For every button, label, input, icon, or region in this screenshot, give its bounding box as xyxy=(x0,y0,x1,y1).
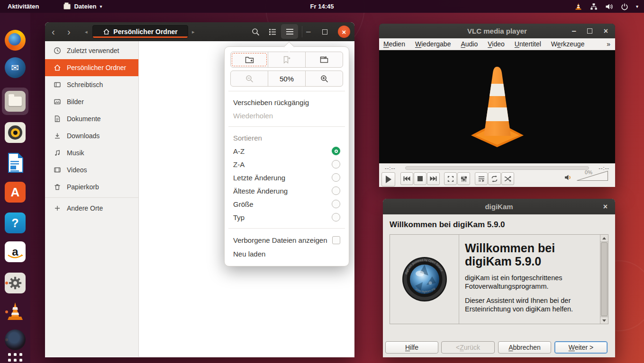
minimize-button[interactable]: – xyxy=(572,24,576,38)
search-icon[interactable] xyxy=(251,27,260,36)
menu-item-show-hidden[interactable]: Verborgene Dateien anzeigen xyxy=(230,233,343,247)
vlc-tray-icon[interactable] xyxy=(574,2,582,10)
app-menu-button[interactable]: Dateien ▾ xyxy=(63,3,102,10)
menu-untertitel[interactable]: Untertitel xyxy=(515,40,541,48)
maximize-button[interactable] xyxy=(587,24,592,38)
app-menu-label: Dateien xyxy=(74,3,96,10)
sidebar-item-pictures[interactable]: Bilder xyxy=(45,93,138,110)
volume-icon[interactable] xyxy=(605,3,613,10)
dock-item-digikam[interactable] xyxy=(4,328,27,351)
sidebar-item-videos[interactable]: Videos xyxy=(45,161,138,178)
dock-item-ubuntu-software[interactable]: A xyxy=(4,181,27,204)
digikam-logo-panel: digiKam powered by Open Source www.digik… xyxy=(390,235,459,324)
new-tab-button[interactable] xyxy=(306,52,343,67)
dock-item-vlc[interactable] xyxy=(4,301,27,323)
volume-mute-icon[interactable] xyxy=(564,174,572,181)
sidebar-item-recent[interactable]: Zuletzt verwendet xyxy=(45,42,138,59)
next-button[interactable]: Weiter > xyxy=(554,341,608,354)
volume-slider[interactable] xyxy=(576,170,608,181)
menu-wiedergabe[interactable]: Wiedergabe xyxy=(415,40,451,48)
menu-werkzeuge[interactable]: Werkzeuge xyxy=(551,40,585,48)
sort-option-last-modified[interactable]: Letzte Änderung xyxy=(230,171,343,184)
minimize-button[interactable]: – xyxy=(306,22,310,41)
stop-button[interactable] xyxy=(414,172,426,185)
back-button[interactable]: ‹ xyxy=(52,22,55,41)
digikam-window-title: digiKam xyxy=(485,203,513,211)
hamburger-menu-button[interactable] xyxy=(281,24,298,39)
digikam-titlebar[interactable]: digiKam × xyxy=(383,199,615,214)
new-bookmark-button[interactable] xyxy=(268,52,306,67)
path-scroll-right-icon[interactable]: ▸ xyxy=(192,22,195,41)
dock-item-libreoffice-writer[interactable] xyxy=(4,151,27,174)
triangle-up-icon xyxy=(602,237,606,239)
scroll-down-button[interactable] xyxy=(600,317,608,324)
menu-video[interactable]: Video xyxy=(488,40,505,48)
close-button[interactable]: × xyxy=(604,24,608,38)
dock-item-settings[interactable] xyxy=(4,272,27,294)
playlist-button[interactable] xyxy=(475,172,488,185)
menu-audio[interactable]: Audio xyxy=(461,40,478,48)
sidebar-item-downloads[interactable]: Downloads xyxy=(45,127,138,144)
dock-item-firefox[interactable] xyxy=(4,29,27,52)
path-button[interactable]: Persönlicher Ordner xyxy=(92,25,188,38)
activities-button[interactable]: Aktivitäten xyxy=(5,3,42,10)
sidebar-item-music[interactable]: Musik xyxy=(45,144,138,161)
close-button[interactable]: × xyxy=(338,26,350,38)
play-button[interactable] xyxy=(381,172,395,186)
menu-medien[interactable]: Medien xyxy=(383,40,405,48)
zoom-out-button[interactable] xyxy=(231,71,268,86)
digikam-lens-logo: digiKam powered by Open Source www.digik… xyxy=(401,256,448,303)
radio-selected-icon xyxy=(332,147,340,155)
close-button[interactable]: × xyxy=(603,199,608,214)
files-headerbar[interactable]: ‹ › ◂ Persönlicher Ordner ▸ – × xyxy=(45,22,354,41)
sort-option-az[interactable]: A-Z xyxy=(230,144,343,158)
menu-overflow-button[interactable]: » xyxy=(607,40,610,48)
dock-item-amazon[interactable]: a xyxy=(4,240,27,263)
vlc-video-area[interactable] xyxy=(379,50,615,163)
sidebar-item-home[interactable]: Persönlicher Ordner xyxy=(45,59,138,76)
scrollbar-thumb[interactable] xyxy=(601,242,608,316)
list-view-icon[interactable] xyxy=(268,27,277,36)
path-scroll-left-icon[interactable]: ◂ xyxy=(85,22,88,41)
scroll-up-button[interactable] xyxy=(600,235,608,242)
new-folder-button[interactable] xyxy=(231,52,268,67)
sidebar-item-other-locations[interactable]: Andere Orte xyxy=(45,200,138,217)
sidebar-item-documents[interactable]: Dokumente xyxy=(45,110,138,127)
dock-item-thunderbird[interactable]: ✉ xyxy=(4,56,27,79)
sort-option-size[interactable]: Größe xyxy=(230,197,343,211)
zoom-in-button[interactable] xyxy=(306,71,343,86)
cancel-button[interactable]: Abbrechen xyxy=(498,341,551,354)
chevron-down-icon[interactable]: ▾ xyxy=(636,4,638,9)
vlc-window: VLC media player – × Medien Wiedergabe A… xyxy=(379,24,615,187)
power-icon[interactable] xyxy=(621,3,628,10)
sort-option-za[interactable]: Z-A xyxy=(230,158,343,171)
vlc-titlebar[interactable]: VLC media player – × xyxy=(379,24,615,38)
maximize-button[interactable] xyxy=(322,22,327,41)
dock-item-files[interactable] xyxy=(4,90,27,113)
help-icon: ? xyxy=(5,212,26,233)
sort-option-type[interactable]: Typ xyxy=(230,211,343,224)
shuffle-button[interactable] xyxy=(501,172,514,185)
menu-item-reload[interactable]: Neu laden xyxy=(230,247,343,260)
dock-item-rhythmbox[interactable] xyxy=(4,121,27,144)
next-button[interactable] xyxy=(427,172,440,185)
sort-option-first-modified[interactable]: Älteste Änderung xyxy=(230,184,343,197)
help-button[interactable]: Hilfe xyxy=(385,341,438,354)
menu-item-undo[interactable]: Verschieben rückgängig xyxy=(230,96,343,109)
sidebar-item-desktop[interactable]: Schreibtisch xyxy=(45,76,138,93)
loop-button[interactable] xyxy=(488,172,501,185)
equalizer-button[interactable] xyxy=(457,172,470,185)
app-grid-icon xyxy=(8,353,22,363)
forward-button[interactable]: › xyxy=(67,22,71,41)
dock-item-show-applications[interactable] xyxy=(4,349,27,363)
fullscreen-button[interactable] xyxy=(444,172,457,185)
network-icon[interactable] xyxy=(590,3,598,10)
seek-slider[interactable] xyxy=(405,166,589,170)
thunderbird-icon: ✉ xyxy=(5,57,26,78)
dock-item-help[interactable]: ? xyxy=(4,212,27,234)
back-button: < Zurück xyxy=(441,341,495,354)
top-bar: Aktivitäten Dateien ▾ Fr 14:45 xyxy=(0,0,644,13)
scrollbar[interactable] xyxy=(600,235,608,324)
sidebar-item-trash[interactable]: Papierkorb xyxy=(45,178,138,195)
previous-button[interactable] xyxy=(400,172,413,185)
